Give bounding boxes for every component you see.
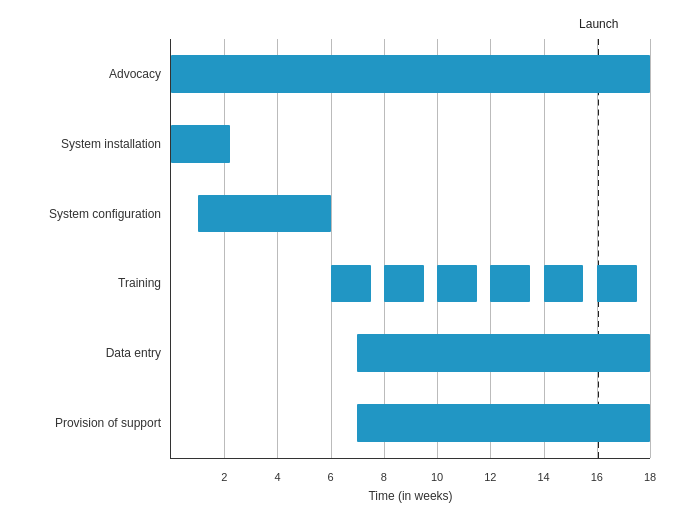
y-axis-label: System configuration [49, 207, 161, 221]
gantt-bar [171, 125, 230, 163]
grid-line [384, 39, 385, 458]
grid-line [650, 39, 651, 458]
grid-line [331, 39, 332, 458]
x-axis-label: 14 [537, 471, 549, 483]
y-axis-label: Training [118, 276, 161, 290]
grid-line [544, 39, 545, 458]
gantt-bar [384, 265, 424, 303]
gantt-bar [171, 55, 650, 93]
gantt-bar [331, 265, 371, 303]
x-axis-label: 6 [328, 471, 334, 483]
grid-line [224, 39, 225, 458]
x-axis-label: 2 [221, 471, 227, 483]
y-axis-label: Advocacy [109, 67, 161, 81]
gantt-bar [357, 334, 650, 372]
y-axis-label: System installation [61, 137, 161, 151]
chart-container: Launch Time (in weeks) 24681012141618Adv… [10, 9, 670, 509]
gantt-bar [198, 195, 331, 233]
grid-line [277, 39, 278, 458]
x-axis-label: 16 [591, 471, 603, 483]
launch-label: Launch [579, 17, 618, 31]
gantt-bar [544, 265, 584, 303]
y-axis-label: Data entry [106, 346, 161, 360]
x-axis-label: 4 [274, 471, 280, 483]
chart-area: Launch Time (in weeks) 24681012141618Adv… [170, 39, 650, 459]
grid-line [437, 39, 438, 458]
grid-line [490, 39, 491, 458]
x-axis-label: 18 [644, 471, 656, 483]
grid-line [597, 39, 598, 458]
x-axis-label: 12 [484, 471, 496, 483]
gantt-bar [597, 265, 637, 303]
gantt-bar [490, 265, 530, 303]
x-axis-title: Time (in weeks) [171, 489, 650, 503]
x-axis-label: 8 [381, 471, 387, 483]
gantt-bar [437, 265, 477, 303]
y-axis-label: Provision of support [55, 416, 161, 430]
gantt-bar [357, 404, 650, 442]
x-axis-label: 10 [431, 471, 443, 483]
